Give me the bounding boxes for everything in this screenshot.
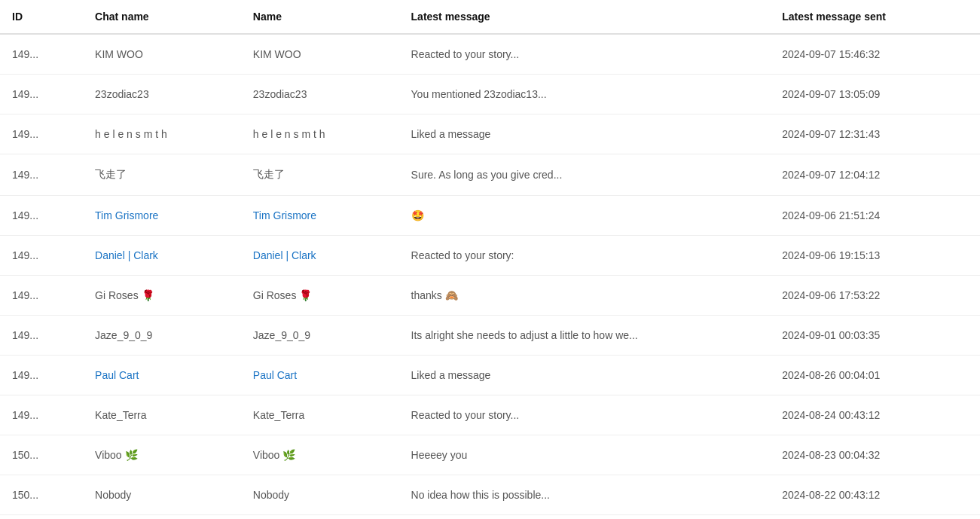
cell-latest-message: Its alright she needs to adjust a little… xyxy=(399,316,771,356)
table-row[interactable]: 149... Tim Grismore Tim Grismore 🤩 2024-… xyxy=(0,196,980,236)
cell-id: 150... xyxy=(0,475,83,515)
cell-chat-name: Paul Cart xyxy=(83,356,241,395)
cell-name: 飞走了 xyxy=(241,154,399,196)
table-row[interactable]: 149... h e l e n s m t h h e l e n s m t… xyxy=(0,114,980,154)
table-row[interactable]: 149... Paul Cart Paul Cart Liked a messa… xyxy=(0,356,980,395)
cell-chat-name: h e l e n s m t h xyxy=(83,114,241,154)
table-row[interactable]: 150... Nobody Nobody No idea how this is… xyxy=(0,475,980,515)
cell-latest-message-sent: 2024-08-24 00:43:12 xyxy=(770,395,980,435)
cell-latest-message: Liked a message xyxy=(399,356,771,395)
cell-latest-message: Sure. As long as you give cred... xyxy=(399,154,771,196)
cell-chat-name: KIM WOO xyxy=(83,34,241,75)
cell-latest-message-sent: 2024-09-06 17:53:22 xyxy=(770,276,980,316)
cell-chat-name: Tim Grismore xyxy=(83,196,241,236)
cell-latest-message-sent: 2024-08-22 00:43:12 xyxy=(770,475,980,515)
cell-name: 23zodiac23 xyxy=(241,75,399,114)
cell-id: 149... xyxy=(0,114,83,154)
cell-name: Kate_Terra xyxy=(241,395,399,435)
cell-name: Nobody xyxy=(241,475,399,515)
table-header-row: ID Chat name Name Latest message Latest … xyxy=(0,0,980,34)
cell-id: 150... xyxy=(0,435,83,475)
cell-latest-message: Heeeey you xyxy=(399,435,771,475)
cell-latest-message: thanks 🙈 xyxy=(399,276,771,316)
cell-chat-name: 23zodiac23 xyxy=(83,75,241,114)
chat-table: ID Chat name Name Latest message Latest … xyxy=(0,0,980,515)
cell-name: h e l e n s m t h xyxy=(241,114,399,154)
cell-latest-message: No idea how this is possible... xyxy=(399,475,771,515)
cell-chat-name: Kate_Terra xyxy=(83,395,241,435)
cell-name: Gi Roses 🌹 xyxy=(241,276,399,316)
cell-latest-message: Reacted to your story... xyxy=(399,34,771,75)
cell-name: Paul Cart xyxy=(241,356,399,395)
cell-id: 149... xyxy=(0,236,83,276)
header-latest-message: Latest message xyxy=(399,0,771,34)
cell-name: KIM WOO xyxy=(241,34,399,75)
cell-id: 149... xyxy=(0,316,83,356)
table-row[interactable]: 149... 飞走了 飞走了 Sure. As long as you give… xyxy=(0,154,980,196)
header-latest-message-sent: Latest message sent xyxy=(770,0,980,34)
cell-name: Tim Grismore xyxy=(241,196,399,236)
header-id: ID xyxy=(0,0,83,34)
cell-chat-name: Gi Roses 🌹 xyxy=(83,276,241,316)
cell-chat-name: Daniel | Clark xyxy=(83,236,241,276)
cell-name: Daniel | Clark xyxy=(241,236,399,276)
table-row[interactable]: 149... Jaze_9_0_9 Jaze_9_0_9 Its alright… xyxy=(0,316,980,356)
cell-latest-message-sent: 2024-08-26 00:04:01 xyxy=(770,356,980,395)
cell-latest-message-sent: 2024-09-06 21:51:24 xyxy=(770,196,980,236)
header-chat-name: Chat name xyxy=(83,0,241,34)
cell-id: 149... xyxy=(0,395,83,435)
cell-id: 149... xyxy=(0,154,83,196)
cell-chat-name: 飞走了 xyxy=(83,154,241,196)
cell-id: 149... xyxy=(0,196,83,236)
table-row[interactable]: 149... KIM WOO KIM WOO Reacted to your s… xyxy=(0,34,980,75)
table-row[interactable]: 149... Daniel | Clark Daniel | Clark Rea… xyxy=(0,236,980,276)
cell-id: 149... xyxy=(0,34,83,75)
table-row[interactable]: 149... Kate_Terra Kate_Terra Reacted to … xyxy=(0,395,980,435)
cell-id: 149... xyxy=(0,276,83,316)
cell-latest-message-sent: 2024-09-07 12:04:12 xyxy=(770,154,980,196)
cell-latest-message: Reacted to your story: xyxy=(399,236,771,276)
cell-id: 149... xyxy=(0,75,83,114)
cell-latest-message: Liked a message xyxy=(399,114,771,154)
cell-latest-message: 🤩 xyxy=(399,196,771,236)
cell-name: Viboo 🌿 xyxy=(241,435,399,475)
table-row[interactable]: 149... 23zodiac23 23zodiac23 You mention… xyxy=(0,75,980,114)
cell-id: 149... xyxy=(0,356,83,395)
cell-chat-name: Nobody xyxy=(83,475,241,515)
cell-latest-message: You mentioned 23zodiac13... xyxy=(399,75,771,114)
cell-name: Jaze_9_0_9 xyxy=(241,316,399,356)
cell-chat-name: Viboo 🌿 xyxy=(83,435,241,475)
cell-latest-message-sent: 2024-09-01 00:03:35 xyxy=(770,316,980,356)
table-row[interactable]: 150... Viboo 🌿 Viboo 🌿 Heeeey you 2024-0… xyxy=(0,435,980,475)
cell-latest-message: Reacted to your story... xyxy=(399,395,771,435)
cell-latest-message-sent: 2024-08-23 00:04:32 xyxy=(770,435,980,475)
cell-latest-message-sent: 2024-09-07 13:05:09 xyxy=(770,75,980,114)
table-row[interactable]: 149... Gi Roses 🌹 Gi Roses 🌹 thanks 🙈 20… xyxy=(0,276,980,316)
cell-latest-message-sent: 2024-09-07 12:31:43 xyxy=(770,114,980,154)
cell-latest-message-sent: 2024-09-06 19:15:13 xyxy=(770,236,980,276)
cell-latest-message-sent: 2024-09-07 15:46:32 xyxy=(770,34,980,75)
header-name: Name xyxy=(241,0,399,34)
cell-chat-name: Jaze_9_0_9 xyxy=(83,316,241,356)
